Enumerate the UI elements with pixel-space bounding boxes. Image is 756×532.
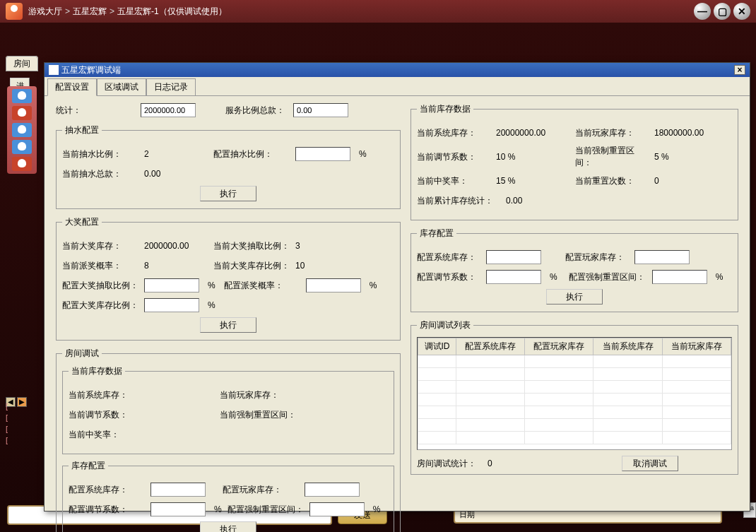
prize-legend: 大奖配置 — [62, 216, 102, 228]
cfg-reset-input[interactable] — [652, 270, 707, 284]
avatar[interactable] — [12, 123, 32, 137]
cfg-sys-stock-input[interactable] — [486, 250, 541, 264]
cur-drain-ratio: 2 — [144, 149, 208, 159]
cfg-prize-draw-input[interactable] — [144, 278, 199, 292]
prize-exec-button[interactable]: 执行 — [200, 317, 256, 333]
restore-button[interactable]: ▢ — [714, 3, 731, 20]
stats-value — [141, 103, 196, 117]
room-cfg-fieldset: 库存配置 配置系统库存： 配置玩家库存： 配置调节系数： % 配置强制重置区间： — [62, 460, 394, 532]
room-legend: 房间调试 — [62, 348, 102, 360]
room-list-total-label: 房间调试统计： — [417, 458, 476, 470]
outer-titlebar: 游戏大厅>五星宏辉>五星宏辉-1（仅供调试使用） — ▢ ✕ — [0, 0, 756, 23]
table-row — [418, 406, 731, 419]
cfg-drain-ratio-input[interactable] — [295, 147, 350, 161]
cfg-adj-input[interactable] — [486, 270, 541, 284]
room-cfg-player-input[interactable] — [305, 483, 360, 497]
tab-log[interactable]: 日志记录 — [146, 78, 196, 95]
table-row — [418, 432, 731, 444]
drain-fieldset: 抽水配置 当前抽水比例： 2 配置抽水比例： % 当前抽水总款： 0.00 执行 — [56, 124, 401, 209]
avatar[interactable] — [12, 106, 32, 120]
cfg-drain-ratio-label: 配置抽水比例： — [213, 148, 290, 160]
ratio-value — [293, 103, 348, 117]
modal-tabs: 配置设置 区域调试 日志记录 — [45, 77, 750, 96]
tab-config[interactable]: 配置设置 — [47, 78, 97, 96]
modal-title: 五星宏辉调试端 — [61, 64, 121, 76]
avatar[interactable] — [12, 89, 32, 103]
cfg-prize-rate-input[interactable] — [306, 278, 361, 292]
tab-region[interactable]: 区域调试 — [97, 78, 146, 95]
bg-left-list: [[[[ — [6, 401, 8, 446]
cur-drain-total-label: 当前抽水总款： — [62, 168, 138, 180]
cfg-player-stock-input[interactable] — [634, 250, 690, 264]
cfg-exec-button[interactable]: 执行 — [546, 289, 603, 305]
modal-titlebar: 五星宏辉调试端 × — [45, 63, 750, 77]
table-row — [418, 381, 731, 394]
drain-exec-button[interactable]: 执行 — [200, 186, 256, 201]
cur-drain-ratio-label: 当前抽水比例： — [62, 148, 138, 160]
bg-sidebar — [7, 86, 37, 174]
cur-drain-total: 0.00 — [144, 169, 208, 179]
table-row — [418, 394, 731, 406]
cancel-debug-button[interactable]: 取消调试 — [622, 456, 678, 471]
room-list-total: 0 — [488, 459, 492, 468]
scroll-right-icon[interactable]: ▶ — [17, 397, 27, 407]
room-fieldset: 房间调试 当前库存数据 当前系统库存： 当前玩家库存： 当前调节系数： 当前强制… — [56, 348, 401, 532]
minimize-button[interactable]: — — [694, 3, 711, 20]
drain-legend: 抽水配置 — [62, 124, 102, 136]
room-cfg-adj-input[interactable] — [150, 502, 206, 516]
table-row — [418, 355, 731, 368]
avatar[interactable] — [12, 140, 32, 154]
stats-label: 统计： — [56, 105, 81, 117]
cur-stock-fieldset: 当前库存数据 当前系统库存： 20000000.00 当前玩家库存： 18000… — [411, 103, 738, 220]
close-button[interactable]: ✕ — [733, 3, 750, 20]
cfg-prize-stock-input[interactable] — [144, 298, 199, 312]
modal-close-button[interactable]: × — [734, 65, 745, 75]
avatar[interactable] — [12, 157, 32, 171]
cfg-stock-fieldset: 库存配置 配置系统库存： 配置玩家库存： 配置调节系数： % 配置强制重置区间：… — [411, 227, 738, 312]
room-list-table[interactable]: 调试ID 配置系统库存 配置玩家库存 当前系统库存 当前玩家库存 — [417, 337, 732, 450]
prize-fieldset: 大奖配置 当前大奖库存： 2000000.00 当前大奖抽取比例： 3 当前派奖… — [56, 216, 401, 341]
debug-modal: 五星宏辉调试端 × 配置设置 区域调试 日志记录 统计： 服务比例总款： — [44, 62, 750, 512]
room-list-fieldset: 房间调试列表 调试ID 配置系统库存 配置玩家库存 当前系统库存 当前玩家库存 — [411, 319, 738, 475]
bg-tab-room[interactable]: 房间 — [6, 56, 38, 71]
room-exec-button[interactable]: 执行 — [200, 521, 256, 532]
breadcrumb: 游戏大厅>五星宏辉>五星宏辉-1（仅供调试使用） — [28, 6, 694, 18]
modal-icon — [49, 65, 59, 75]
table-row — [418, 419, 731, 432]
table-row — [418, 368, 731, 381]
ratio-label: 服务比例总款： — [225, 105, 285, 117]
room-cfg-reset-input[interactable] — [309, 502, 365, 516]
room-stock-fieldset: 当前库存数据 当前系统库存： 当前玩家库存： 当前调节系数： 当前强制重置区间：… — [62, 365, 394, 454]
app-icon — [6, 3, 23, 20]
room-cfg-sys-input[interactable] — [150, 483, 206, 497]
